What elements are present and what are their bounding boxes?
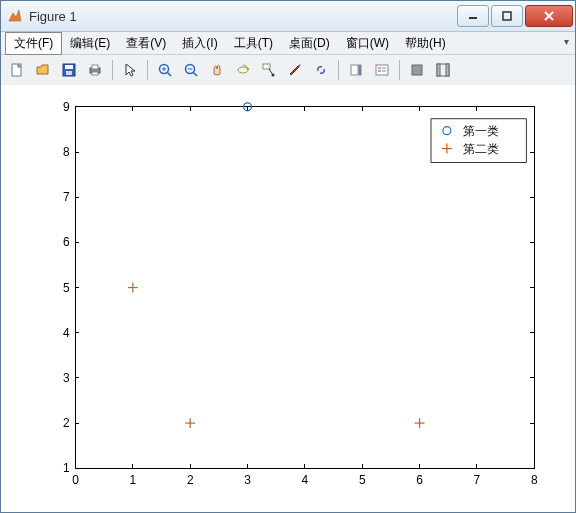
hide-tools-icon xyxy=(409,62,425,78)
menu-edit[interactable]: 编辑(E) xyxy=(62,33,118,54)
svg-text:1: 1 xyxy=(130,473,137,487)
maximize-icon xyxy=(502,11,512,21)
legend-entry-2: 第二类 xyxy=(463,142,499,156)
hide-plot-tools-button[interactable] xyxy=(405,58,429,82)
menu-tools[interactable]: 工具(T) xyxy=(226,33,281,54)
pointer-button[interactable] xyxy=(118,58,142,82)
menubar: 文件(F) 编辑(E) 查看(V) 插入(I) 工具(T) 桌面(D) 窗口(W… xyxy=(1,32,575,55)
window-title: Figure 1 xyxy=(29,9,455,24)
legend-entry-1: 第一类 xyxy=(463,124,499,138)
open-folder-icon xyxy=(35,62,51,78)
datacursor-button[interactable] xyxy=(257,58,281,82)
new-button[interactable] xyxy=(5,58,29,82)
colorbar-icon xyxy=(348,62,364,78)
brush-button[interactable] xyxy=(283,58,307,82)
svg-text:9: 9 xyxy=(63,100,70,114)
pan-button[interactable] xyxy=(205,58,229,82)
svg-rect-29 xyxy=(446,64,449,76)
svg-text:6: 6 xyxy=(63,235,70,249)
figure-window: Figure 1 文件(F) 编辑(E) 查看(V) 插入(I) 工具(T) 桌… xyxy=(0,0,576,513)
menubar-overflow-icon[interactable]: ▾ xyxy=(564,36,569,47)
toolbar-separator xyxy=(112,60,113,80)
save-icon xyxy=(61,62,77,78)
link-icon xyxy=(313,62,329,78)
window-buttons xyxy=(455,5,573,27)
toolbar xyxy=(1,55,575,86)
toolbar-separator xyxy=(338,60,339,80)
zoom-out-button[interactable] xyxy=(179,58,203,82)
menu-file[interactable]: 文件(F) xyxy=(5,32,62,55)
svg-text:2: 2 xyxy=(63,416,70,430)
titlebar[interactable]: Figure 1 xyxy=(1,1,575,32)
svg-text:3: 3 xyxy=(244,473,251,487)
close-button[interactable] xyxy=(525,5,573,27)
zoom-in-button[interactable] xyxy=(153,58,177,82)
svg-point-18 xyxy=(272,74,275,77)
series-2-markers xyxy=(128,283,425,428)
svg-rect-28 xyxy=(437,64,440,76)
zoom-out-icon xyxy=(183,62,199,78)
svg-text:7: 7 xyxy=(63,190,70,204)
svg-text:6: 6 xyxy=(416,473,423,487)
minimize-button[interactable] xyxy=(457,5,489,27)
svg-rect-1 xyxy=(503,12,511,20)
svg-point-16 xyxy=(238,67,248,73)
open-button[interactable] xyxy=(31,58,55,82)
colorbar-button[interactable] xyxy=(344,58,368,82)
legend[interactable]: 第一类 第二类 xyxy=(431,119,526,163)
svg-text:0: 0 xyxy=(72,473,79,487)
svg-rect-21 xyxy=(376,65,388,75)
legend-button[interactable] xyxy=(370,58,394,82)
maximize-button[interactable] xyxy=(491,5,523,27)
svg-rect-19 xyxy=(351,65,358,75)
svg-line-14 xyxy=(194,73,198,77)
svg-text:5: 5 xyxy=(63,281,70,295)
y-tick-labels: 1 2 3 4 5 6 7 8 9 xyxy=(63,100,70,475)
toolbar-separator xyxy=(399,60,400,80)
x-tick-labels: 0 1 2 3 4 5 6 7 8 xyxy=(72,473,538,487)
plus-marker xyxy=(128,283,138,293)
svg-rect-7 xyxy=(92,65,98,69)
new-file-icon xyxy=(9,62,25,78)
svg-text:7: 7 xyxy=(474,473,481,487)
plot-svg: 0 1 2 3 4 5 6 7 8 xyxy=(1,85,575,506)
menu-window[interactable]: 窗口(W) xyxy=(338,33,397,54)
pointer-icon xyxy=(122,62,138,78)
brush-icon xyxy=(287,62,303,78)
data-cursor-icon xyxy=(261,62,277,78)
svg-text:8: 8 xyxy=(63,145,70,159)
menu-insert[interactable]: 插入(I) xyxy=(174,33,225,54)
link-button[interactable] xyxy=(309,58,333,82)
plus-marker xyxy=(415,418,425,428)
svg-rect-4 xyxy=(65,65,73,69)
svg-rect-5 xyxy=(66,71,72,75)
svg-rect-20 xyxy=(359,65,361,75)
svg-line-10 xyxy=(168,73,172,77)
menu-desktop[interactable]: 桌面(D) xyxy=(281,33,338,54)
svg-text:3: 3 xyxy=(63,371,70,385)
menu-help[interactable]: 帮助(H) xyxy=(397,33,454,54)
rotate3d-icon xyxy=(235,62,251,78)
toolbar-separator xyxy=(147,60,148,80)
print-icon xyxy=(87,62,103,78)
show-plot-tools-button[interactable] xyxy=(431,58,455,82)
save-button[interactable] xyxy=(57,58,81,82)
svg-text:1: 1 xyxy=(63,461,70,475)
svg-rect-17 xyxy=(263,64,270,69)
menu-view[interactable]: 查看(V) xyxy=(118,33,174,54)
svg-rect-8 xyxy=(92,72,98,75)
zoom-in-icon xyxy=(157,62,173,78)
svg-text:8: 8 xyxy=(531,473,538,487)
legend-icon xyxy=(374,62,390,78)
plot-canvas[interactable]: 0 1 2 3 4 5 6 7 8 xyxy=(1,85,575,506)
svg-text:4: 4 xyxy=(302,473,309,487)
show-tools-icon xyxy=(435,62,451,78)
svg-text:4: 4 xyxy=(63,326,70,340)
pan-hand-icon xyxy=(209,62,225,78)
plus-marker xyxy=(185,418,195,428)
svg-rect-26 xyxy=(412,65,422,75)
svg-text:2: 2 xyxy=(187,473,194,487)
matlab-icon xyxy=(7,8,23,24)
rotate3d-button[interactable] xyxy=(231,58,255,82)
print-button[interactable] xyxy=(83,58,107,82)
